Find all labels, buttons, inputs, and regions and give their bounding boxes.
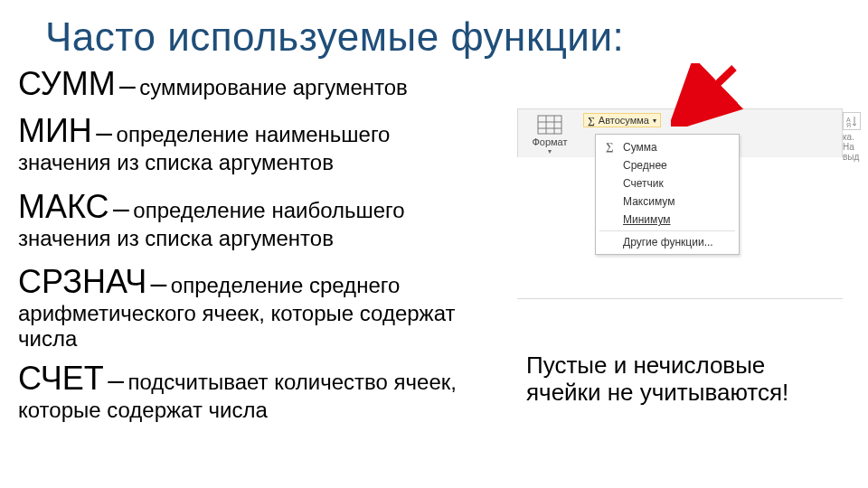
slide-title: Часто используемые функции: [45,14,850,60]
menu-item-label: Минимум [623,213,671,226]
menu-item-label: Другие функции... [623,236,713,249]
dropdown-arrow-icon: ▾ [548,147,552,155]
sort-button-icon: AЯ [843,112,861,130]
menu-item-label: Счетчик [623,177,664,190]
func-min-desc: определение наименьшего [117,122,391,146]
autosum-button[interactable]: ∑ Автосумма ▾ [583,113,661,127]
function-list: СУММ – суммирование аргументов МИН – опр… [18,65,515,423]
svg-text:Я: Я [846,122,851,127]
autosum-label: Автосумма [599,115,649,126]
dash: – [108,363,124,396]
func-max-desc: определение наибольшего [133,198,404,222]
menu-item-min[interactable]: Минимум [596,211,739,229]
sigma-icon: ∑ [603,140,616,154]
func-count-cont: которые содержат числа [18,398,515,423]
func-count-name: СЧЕТ [18,360,104,397]
menu-item-label: Максимум [623,195,675,208]
dash: – [119,69,136,101]
autosum-menu: ∑ Сумма Среднее Счетчик Максимум Минимум [595,134,740,255]
ribbon-cutoff: AЯ ка. На выд [843,112,861,162]
svg-line-0 [687,68,734,113]
func-min-name: МИН [18,112,92,149]
menu-item-other[interactable]: Другие функции... [596,233,739,251]
format-button[interactable]: Формат ▾ [524,113,576,155]
footnote: Пустые и нечисловые ячейки не учитываютс… [526,352,834,407]
func-min-cont: значения из списка аргументов [18,150,515,175]
func-max: МАКС – определение наибольшего [18,188,515,226]
func-max-name: МАКС [18,188,109,225]
func-min: МИН – определение наименьшего [18,112,515,150]
func-avg-desc: определение среднего [171,273,400,297]
func-avg-cont: арифметического ячеек, которые содержат … [18,301,515,351]
menu-item-max[interactable]: Максимум [596,192,739,211]
dash: – [151,267,167,299]
format-cells-icon [537,115,562,135]
format-label: Формат [532,136,567,147]
menu-item-label: Среднее [623,159,667,172]
func-sum-name: СУММ [18,65,116,102]
menu-separator [599,230,735,231]
dropdown-arrow-icon: ▾ [653,117,656,125]
func-max-cont: значения из списка аргументов [18,226,515,251]
menu-item-sum[interactable]: ∑ Сумма [596,137,739,156]
svg-rect-1 [538,116,561,134]
menu-item-avg[interactable]: Среднее [596,156,739,174]
func-sum-desc: суммирование аргументов [139,75,407,99]
func-avg-name: СРЗНАЧ [18,263,146,300]
func-count-desc: подсчитывает количество ячеек, [128,370,457,394]
sigma-icon: ∑ [588,115,595,126]
red-arrow-icon [671,63,752,127]
func-sum: СУММ – суммирование аргументов [18,65,515,103]
dash: – [113,192,129,224]
worksheet-grid [517,298,843,324]
func-count: СЧЕТ – подсчитывает количество ячеек, [18,360,515,398]
func-avg: СРЗНАЧ – определение среднего [18,263,515,301]
dash: – [96,116,112,148]
menu-item-label: Сумма [623,141,657,154]
menu-item-count[interactable]: Счетчик [596,174,739,192]
autosum-illustration: Формат ▾ ∑ Автосумма ▾ AЯ ка. На выд [517,108,843,157]
